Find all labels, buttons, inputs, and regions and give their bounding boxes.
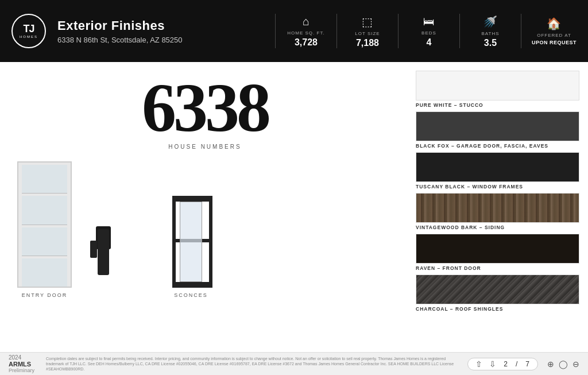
swatch-item: RAVEN – FRONT DOOR: [416, 234, 579, 271]
swatch-label: VINTAGEWOOD BARK – SIDING: [416, 225, 579, 230]
swatch-color-box: [416, 111, 579, 141]
stat-divider-4: [459, 14, 460, 48]
stat-divider-1: [275, 14, 276, 48]
color-swatches-panel: PURE WHITE – STUCCOBLACK FOX – GARAGE DO…: [410, 62, 588, 352]
sconce-top-bar: [172, 196, 210, 202]
zoom-controls: ⊕ ◯ ⊖: [547, 359, 579, 369]
page-header: TJ HOMES Exterior Finishes 6338 N 86th S…: [0, 0, 588, 62]
swatch-label: PURE WHITE – STUCCO: [416, 102, 579, 108]
swatch-label: BLACK FOX – GARAGE DOOR, FASCIA, EAVES: [416, 143, 579, 149]
footer-year: 2024: [9, 354, 34, 361]
swatch-item: VINTAGEWOOD BARK – SIDING: [416, 193, 579, 230]
footer-disclaimer: Completion dates are subject to final pe…: [46, 356, 456, 372]
page-footer: 2024 ARMLS Preliminary Completion dates …: [0, 352, 588, 375]
swatch-label: RAVEN – FRONT DOOR: [416, 265, 579, 271]
footer-brand: ARMLS: [9, 361, 34, 368]
swatch-label: CHARCOAL – ROOF SHINGLES: [416, 306, 579, 312]
entry-door-block: ENTRY DOOR: [17, 161, 72, 298]
offered-label: OFFERED AT: [537, 33, 571, 38]
sconces-block: SCONCES: [169, 196, 212, 298]
page-next-button[interactable]: ⇩: [488, 360, 498, 368]
sconce-glass: [180, 202, 202, 282]
home-sqft-label: HOME SQ. FT.: [287, 30, 324, 36]
zoom-reset-button[interactable]: ◯: [559, 359, 568, 369]
swatch-item: TUSCANY BLACK – WINDOW FRAMES: [416, 152, 579, 190]
header-title-block: Exterior Finishes 6338 N 86th St, Scotts…: [57, 18, 253, 44]
swatch-color-box: [416, 193, 579, 223]
door-panel-2: [22, 196, 67, 225]
baths-value: 3.5: [484, 38, 497, 48]
stat-divider-3: [398, 14, 399, 48]
offered-icon: 🏠: [547, 17, 561, 30]
swatch-color-box: [416, 275, 579, 304]
main-content: 6338 HOUSE NUMBERS ENTRY DOOR: [0, 62, 588, 352]
stat-lot-size: ⬚ LOT SIZE 7,188: [347, 15, 388, 48]
home-sqft-value: 3,728: [295, 38, 318, 47]
stat-divider-2: [336, 14, 337, 48]
swatch-color-box: [416, 152, 579, 182]
logo-homes: HOMES: [20, 35, 38, 38]
door-panel-4: [22, 258, 67, 287]
page-current: 2: [501, 360, 510, 368]
lockset-body: [98, 229, 109, 275]
door-panel-3: [22, 227, 67, 256]
house-numbers-display: 6338: [17, 74, 393, 142]
stat-baths: 🚿 BATHS 3.5: [470, 15, 510, 48]
stat-beds: 🛏 BEDS 4: [409, 15, 449, 47]
zoom-in-button[interactable]: ⊕: [547, 359, 554, 369]
footer-sub-brand: Preliminary: [9, 368, 34, 373]
footer-branding: 2024 ARMLS Preliminary: [9, 354, 34, 373]
lot-size-icon: ⬚: [362, 15, 373, 29]
door-panel-1: [22, 165, 67, 194]
property-stats: ⌂ HOME SQ. FT. 3,728 ⬚ LOT SIZE 7,188 🛏 …: [265, 0, 577, 62]
entry-door-label: ENTRY DOOR: [22, 292, 68, 298]
swatch-item: PURE WHITE – STUCCO: [416, 71, 579, 108]
beds-value: 4: [427, 38, 432, 47]
page-separator: /: [513, 360, 520, 368]
page-total: 7: [523, 360, 532, 368]
swatch-label: TUSCANY BLACK – WINDOW FRAMES: [416, 184, 579, 190]
property-address: 6338 N 86th St, Scottsdale, AZ 85250: [57, 36, 253, 44]
stat-offered: 🏠 OFFERED AT UPON REQUEST: [532, 17, 577, 45]
content-area: 6338 HOUSE NUMBERS ENTRY DOOR: [0, 62, 410, 352]
company-logo: TJ HOMES: [11, 14, 46, 48]
home-sqft-icon: ⌂: [303, 15, 310, 28]
stat-divider-5: [521, 14, 521, 48]
lot-size-value: 7,188: [356, 38, 379, 48]
zoom-out-button[interactable]: ⊖: [572, 359, 579, 369]
lockset-handle: [90, 241, 97, 258]
page-title: Exterior Finishes: [57, 18, 253, 33]
beds-icon: 🛏: [423, 15, 435, 28]
page-prev-button[interactable]: ⇧: [474, 360, 484, 368]
swatch-color-box: [416, 234, 579, 264]
swatch-item: CHARCOAL – ROOF SHINGLES: [416, 275, 579, 312]
beds-label: BEDS: [421, 30, 436, 36]
lot-size-label: LOT SIZE: [355, 31, 380, 36]
offered-value: UPON REQUEST: [532, 40, 577, 45]
logo-tj: TJ: [23, 24, 34, 34]
baths-icon: 🚿: [483, 15, 497, 29]
lockset-image: [89, 223, 118, 281]
baths-label: BATHS: [481, 31, 499, 36]
lockset-block: [89, 223, 118, 281]
bottom-row: ENTRY DOOR SC: [17, 161, 393, 298]
entry-door-image: [17, 161, 72, 288]
sconces-label: SCONCES: [174, 292, 208, 298]
sconce-bottom-bar: [172, 282, 210, 288]
pagination-control[interactable]: ⇧ ⇩ 2 / 7: [467, 358, 538, 370]
stat-home-sqft: ⌂ HOME SQ. FT. 3,728: [286, 15, 326, 47]
swatch-item: BLACK FOX – GARAGE DOOR, FASCIA, EAVES: [416, 111, 579, 149]
swatch-color-box: [416, 71, 579, 100]
house-numbers-label: HOUSE NUMBERS: [17, 144, 393, 150]
footer-year-brand: 2024 ARMLS Preliminary: [9, 354, 34, 373]
sconce-image: [169, 196, 212, 288]
house-numbers-block: 6338 HOUSE NUMBERS: [17, 74, 393, 150]
